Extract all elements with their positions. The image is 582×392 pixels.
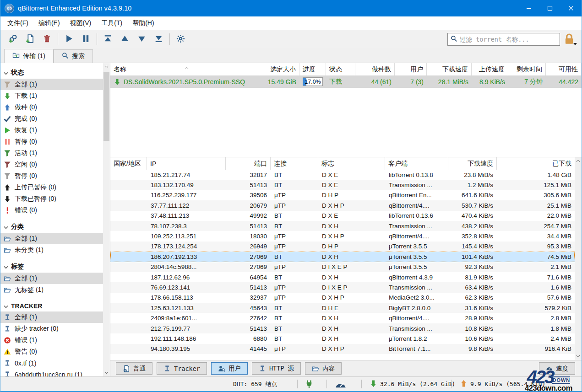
menu-item-1[interactable]: 编辑(E) (33, 17, 65, 29)
peer-row[interactable]: 109.252.113.25118030μTPD X H PqBittorren… (110, 231, 575, 241)
menu-item-4[interactable]: 帮助(H) (127, 17, 159, 29)
torrent-column-upspeed[interactable]: 上传速度 (472, 63, 508, 75)
tab-transfers[interactable]: 传输 (1) (4, 49, 54, 63)
bottom-priority-button[interactable] (150, 32, 167, 46)
sidebar-item-category-all[interactable]: 全部 (1) (0, 233, 103, 244)
sidebar-item-filter-all[interactable]: 全部 (1) (0, 79, 103, 90)
tab-general[interactable]: 普通 (116, 362, 152, 375)
tab-trackers[interactable]: Tracker (157, 362, 207, 375)
sidebar-section-status-section[interactable]: 状态 (0, 66, 103, 79)
peer-row[interactable]: 178.66.158.11332937μTPD X H PMediaGet2 3… (110, 293, 575, 303)
torrent-column-progress[interactable]: 进度 (299, 63, 326, 75)
peer-row[interactable]: 187.112.62.9664954BTD X HqBittorrent 4.3… (110, 272, 575, 282)
sidebar-item-tracker-all[interactable]: 全部 (1) (0, 311, 103, 323)
torrent-column-name[interactable]: 名称 (110, 63, 259, 75)
alt-speed-gauge-icon[interactable] (335, 377, 347, 391)
minimize-button[interactable] (518, 0, 539, 16)
peer-column-flags[interactable]: 标志 (318, 157, 385, 170)
sidebar-item-filter-active[interactable]: 活动 (1) (0, 147, 103, 159)
sidebar-section-tracker-section[interactable]: TRACKER (0, 300, 103, 311)
peer-row[interactable]: 178.173.124.25426949μTPD H PμTorrent 3.5… (110, 242, 575, 252)
peer-row[interactable]: 94.180.39.19541445μTPD X H PBitTorrent 7… (110, 344, 575, 354)
peer-row[interactable]: 125.63.121.13345643BTD H EBiglyBT 2.8.0.… (110, 303, 575, 313)
peer-scrollbar[interactable] (575, 157, 582, 360)
tab-search[interactable]: 搜索 (54, 49, 93, 63)
peer-column-port[interactable]: 端口 (226, 157, 271, 170)
titlebar[interactable]: qb qBittorrent Enhanced Edition v4.3.9.1… (0, 0, 582, 16)
sidebar-item-tracker-6ahddutb1ucc3cp-ru[interactable]: 6ahddutb1ucc3cp.ru (1) (0, 369, 103, 376)
resume-button[interactable] (60, 32, 77, 46)
sidebar-item-tag-untagged[interactable]: 无标签 (1) (0, 284, 103, 295)
add-torrent-link-button[interactable] (5, 32, 22, 46)
peer-row[interactable]: 37.77.111.12220679μTPD X H PqBittorrent/… (110, 200, 575, 210)
peer-row[interactable]: 2804:14c:5988...27069μTPD I X E PμTorren… (110, 262, 575, 272)
sidebar-scroll-thumb[interactable] (103, 72, 109, 141)
sidebar-item-filter-downloading[interactable]: 下载 (1) (0, 90, 103, 102)
sidebar-section-tag-section[interactable]: 标签 (0, 260, 103, 273)
peer-row[interactable]: 192.111.148.1866880BTD X HμTorrent 1.8.2… (110, 333, 575, 344)
torrent-column-eta[interactable]: 剩余时间 (508, 63, 546, 75)
sidebar-item-filter-completed[interactable]: 完成 (0) (0, 113, 103, 124)
close-button[interactable] (560, 0, 582, 16)
sidebar-item-tracker-0x-tf[interactable]: 0x.tf (1) (0, 357, 103, 369)
torrent-column-dlspeed[interactable]: 下载速度 (427, 63, 472, 75)
peer-column-ip[interactable]: IP (147, 157, 226, 170)
sidebar-item-filter-seeding[interactable]: 做种 (0) (0, 102, 103, 113)
torrent-column-peers[interactable]: 用户 (395, 63, 427, 75)
peer-row[interactable]: 183.132.170.4951413BTD X ETransmission .… (110, 180, 575, 190)
sidebar-item-category-uncategorized[interactable]: 未分类 (1) (0, 244, 103, 256)
peer-row[interactable]: 212.75.199.7751413BTD X HTransmission ..… (110, 323, 575, 333)
options-button[interactable] (172, 32, 189, 46)
sidebar-item-filter-resumed[interactable]: 恢复 (1) (0, 124, 103, 136)
torrent-column-status[interactable]: 状态 (326, 63, 355, 75)
sidebar-scrollbar[interactable] (103, 63, 110, 376)
move-up-button[interactable] (116, 32, 133, 46)
torrent-column-seeds[interactable]: 做种数 (355, 63, 395, 75)
peer-row[interactable]: 76.69.123.14151413μTPD I X E PTransmissi… (110, 282, 575, 292)
sidebar-item-filter-stalled-downloading[interactable]: 下载已暂停 (0) (0, 193, 103, 204)
tab-http-sources[interactable]: HTTP 源 (252, 362, 301, 375)
add-torrent-file-button[interactable] (22, 32, 38, 46)
peer-scroll-up-icon[interactable] (575, 157, 582, 165)
move-down-button[interactable] (133, 32, 150, 46)
torrent-row[interactable]: DS.SolidWorks.2021.SP5.0.Premium-SSQ15.4… (110, 75, 582, 88)
peer-row[interactable]: 185.21.217.7432817BTD X ElibTorrent 0.13… (110, 170, 575, 180)
peer-column-dlspeed[interactable]: 下载速度 (448, 157, 497, 170)
peer-scroll-down-icon[interactable] (575, 353, 582, 360)
torrent-filter-input[interactable] (460, 36, 557, 43)
scroll-up-icon[interactable] (103, 63, 110, 70)
top-priority-button[interactable] (99, 32, 116, 46)
sidebar-item-filter-errored[interactable]: 错误 (0) (0, 204, 103, 216)
torrent-column-size[interactable]: 选定大小 (259, 63, 299, 75)
torrent-column-avail[interactable]: 可用性 (546, 63, 582, 75)
maximize-button[interactable] (539, 0, 560, 16)
lock-button[interactable] (561, 32, 577, 46)
peer-column-downloaded[interactable]: 已下载 (497, 157, 575, 170)
menu-item-2[interactable]: 视图(V) (65, 17, 97, 29)
sidebar-item-tracker-warning[interactable]: 警告 (0) (0, 346, 103, 357)
tab-peers[interactable]: 用户 (211, 362, 248, 375)
pause-button[interactable] (77, 32, 94, 46)
sidebar-item-filter-paused[interactable]: 暂停 (0) (0, 136, 103, 147)
peer-row[interactable]: 2409:8a1e:601...27642BTD X HqBittorrent/… (110, 313, 575, 323)
sidebar-item-tag-all[interactable]: 全部 (1) (0, 273, 103, 284)
peer-column-country[interactable]: 国家/地区 (110, 157, 147, 170)
peer-column-conn[interactable]: 连接 (271, 157, 318, 170)
scroll-down-icon[interactable] (103, 369, 110, 376)
peer-column-client[interactable]: 客户端 (385, 157, 448, 170)
connection-status-plug-icon[interactable] (305, 377, 314, 391)
sidebar-item-filter-stalled[interactable]: 暂停 (0) (0, 170, 103, 182)
peer-row[interactable]: 116.252.239.17739506μTPD H PqBittorrent … (110, 190, 575, 200)
menu-item-0[interactable]: 文件(F) (2, 17, 33, 29)
sidebar-item-tracker-trackerless[interactable]: 缺少 tracker (0) (0, 323, 103, 334)
menu-item-3[interactable]: 工具(T) (96, 17, 127, 29)
peer-row[interactable]: 186.207.192.13327069BTD X HμTorrent 3.5.… (110, 252, 575, 262)
delete-button[interactable] (38, 32, 55, 46)
peer-row[interactable]: 37.48.111.21349992BTD X ElibTorrent 0.13… (110, 211, 575, 221)
sidebar-item-tracker-error[interactable]: 错误 (1) (0, 334, 103, 346)
sidebar-item-filter-stalled-uploading[interactable]: 上传已暂停 (0) (0, 182, 103, 193)
tab-content[interactable]: 内容 (305, 362, 342, 375)
sidebar-item-filter-inactive[interactable]: 空闲 (0) (0, 159, 103, 170)
sidebar-section-category-section[interactable]: 分类 (0, 220, 103, 233)
peer-row[interactable]: 78.107.238.351413BTD X HTransmission ...… (110, 221, 575, 231)
